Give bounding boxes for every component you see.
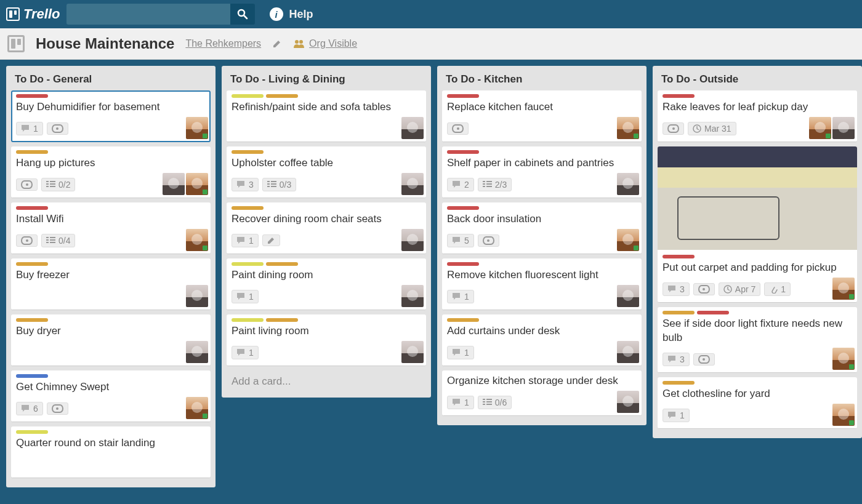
list-title[interactable]: To Do - Living & Dining [227,71,426,90]
card[interactable]: Put out carpet and padding for pickup3Ap… [658,146,857,303]
avatar[interactable] [401,229,424,251]
comment-icon [236,348,246,357]
card[interactable]: Back door insulation5 [442,202,642,254]
visibility-link[interactable]: Org Visible [309,38,357,49]
label-orange [16,150,48,154]
svg-point-3 [299,40,303,44]
comments-badge: 3 [232,178,259,191]
comment-icon [667,355,677,364]
card[interactable]: Paint living room1 [227,314,426,366]
avatar[interactable] [617,391,639,413]
card[interactable]: Organize kitchen storage under desk10/6 [442,370,642,416]
avatar[interactable] [617,285,639,307]
avatar[interactable] [832,348,855,370]
card[interactable]: Paint dining room1 [227,258,426,310]
card-members [186,285,208,307]
avatar[interactable] [617,229,639,251]
label-red [663,255,695,258]
avatar[interactable] [617,341,639,363]
search-input[interactable] [66,4,230,25]
label-red [16,206,48,210]
label-red [16,94,48,98]
comment-icon [236,292,246,301]
comment-icon [667,411,677,420]
card[interactable]: Refinish/paint side and sofa tables [227,90,426,142]
comments-badge: 1 [232,346,259,359]
card[interactable]: See if side door light fixture needs new… [658,307,857,373]
list-cards: Rake leaves for leaf pickup dayMar 31Put… [658,90,857,433]
card-members [186,397,208,419]
card-badges: 3Apr 71 [663,280,852,298]
avatar[interactable] [832,117,855,139]
card[interactable]: Get clothesline for yard1 [658,377,857,429]
list-title[interactable]: To Do - Outside [658,71,857,90]
comments-badge: 1 [232,290,259,303]
add-card[interactable]: Add a card... [227,370,426,393]
board-canvas[interactable]: To Do - GeneralBuy Dehumidifier for base… [0,60,862,504]
avatar[interactable] [186,285,208,307]
card[interactable]: Quarter round on stair landing [11,426,211,478]
eye-icon [52,404,63,413]
card[interactable]: Remove kitchen fluorescent light1 [442,258,642,310]
help-link[interactable]: i Help [270,7,313,21]
comment-icon [452,180,461,189]
checklist-icon [46,180,55,188]
comment-icon [452,398,461,407]
card[interactable]: Buy dryer [11,314,211,366]
avatar[interactable] [832,404,855,426]
avatar[interactable] [401,117,424,139]
label-yellow [232,94,264,98]
eye-icon [698,355,710,364]
avatar[interactable] [186,117,208,139]
card[interactable]: Buy freezer [11,258,211,310]
checklist-icon [46,236,55,244]
search-button[interactable] [230,4,255,25]
card[interactable]: Hang up pictures0/2 [11,146,211,198]
avatar[interactable] [832,278,855,300]
avatar[interactable] [163,173,185,195]
list-title[interactable]: To Do - General [11,71,211,90]
card[interactable]: Buy Dehumidifier for basement1 [11,90,211,142]
comment-icon [236,236,246,245]
comment-icon [21,124,30,133]
card-labels [447,150,637,154]
card-title: See if side door light fixture needs new… [663,317,852,345]
list-title[interactable]: To Do - Kitchen [442,71,642,90]
card[interactable]: Get Chimney Swept6 [11,370,211,422]
avatar[interactable] [186,229,208,251]
due-badge: Mar 31 [688,122,736,135]
avatar[interactable] [809,117,831,139]
card[interactable]: Replace kitchen faucet [442,90,642,142]
card-badges: 1 [663,406,852,425]
label-red [447,150,479,154]
list: To Do - Living & DiningRefinish/paint si… [222,66,431,398]
card-members [832,278,855,300]
card-members [401,229,424,251]
card[interactable]: Add curtains under desk1 [442,314,642,366]
watch-badge [16,234,38,247]
card[interactable]: Recover dining room chair seats1 [227,202,426,254]
paperclip-icon [769,285,778,294]
avatar[interactable] [186,397,208,419]
avatar[interactable] [401,285,424,307]
card-title: Upholster coffee table [232,156,421,170]
card[interactable]: Shelf paper in cabinets and pantries22/3 [442,146,642,198]
card-badges: 0/4 [16,231,206,250]
eye-icon [21,180,33,189]
avatar[interactable] [617,173,639,195]
card-title: Back door insulation [447,212,637,226]
checklist-icon [483,180,492,188]
list: To Do - KitchenReplace kitchen faucetShe… [437,66,647,425]
avatar[interactable] [186,341,208,363]
avatar[interactable] [401,341,424,363]
card[interactable]: Rake leaves for leaf pickup dayMar 31 [658,90,857,142]
card[interactable]: Install Wifi0/4 [11,202,211,254]
avatar[interactable] [401,173,424,195]
card[interactable]: Upholster coffee table30/3 [227,146,426,198]
avatar[interactable] [186,173,208,195]
team-link[interactable]: The Rehkempers [185,38,261,49]
logo[interactable]: Trello [6,6,60,22]
avatar[interactable] [617,117,639,139]
edit-icon[interactable] [272,39,282,49]
card-members [186,341,208,363]
